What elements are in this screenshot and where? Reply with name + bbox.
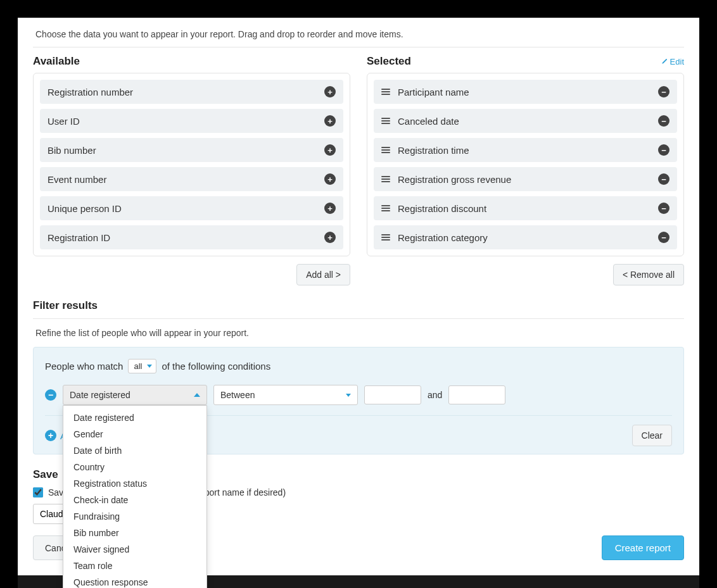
available-column: Available Registration number User ID Bi…: [33, 55, 350, 285]
selected-item[interactable]: Participant name: [374, 80, 677, 104]
dropdown-item[interactable]: Date of birth: [63, 442, 206, 459]
selected-item-label: Canceled date: [398, 116, 459, 127]
available-item[interactable]: Registration ID: [40, 225, 343, 249]
available-item-label: Registration number: [48, 87, 133, 97]
save-checkbox[interactable]: [33, 487, 43, 497]
filter-from-input[interactable]: [364, 385, 421, 404]
add-all-button[interactable]: Add all >: [296, 264, 350, 285]
selected-title: Selected: [367, 55, 411, 68]
filter-section-title: Filter results: [33, 299, 684, 312]
match-mode-select[interactable]: all: [128, 359, 156, 373]
dropdown-item[interactable]: Question response: [63, 574, 206, 588]
selected-item[interactable]: Registration time: [374, 138, 677, 162]
filter-field-dropdown: Date registered Gender Date of birth Cou…: [63, 405, 207, 588]
clear-filters-button[interactable]: Clear: [632, 425, 672, 446]
available-item-label: Event number: [48, 174, 106, 185]
selected-item[interactable]: Registration gross revenue: [374, 167, 677, 191]
match-prefix: People who match: [45, 361, 123, 372]
dropdown-item[interactable]: Country: [63, 459, 206, 475]
filter-operator-select[interactable]: Between: [213, 385, 358, 405]
available-item[interactable]: User ID: [40, 109, 343, 133]
drag-handle-icon[interactable]: [381, 89, 390, 95]
remove-all-button[interactable]: < Remove all: [613, 264, 684, 285]
filter-panel: People who match all of the following co…: [33, 347, 684, 454]
drag-handle-icon[interactable]: [381, 147, 390, 153]
dropdown-item[interactable]: Fundraising: [63, 508, 206, 525]
edit-link[interactable]: Edit: [661, 57, 684, 66]
available-item[interactable]: Unique person ID: [40, 196, 343, 220]
dropdown-item[interactable]: Bib number: [63, 525, 206, 541]
remove-icon[interactable]: [658, 173, 669, 185]
dropdown-item[interactable]: Date registered: [63, 410, 206, 426]
selected-item-label: Registration gross revenue: [398, 174, 511, 185]
filter-field-value: Date registered: [70, 390, 130, 400]
add-icon[interactable]: [324, 173, 336, 185]
add-icon[interactable]: [324, 232, 336, 243]
remove-icon[interactable]: [658, 232, 669, 243]
selected-item-label: Registration discount: [398, 203, 486, 214]
match-row: People who match all of the following co…: [45, 359, 672, 373]
drag-handle-icon[interactable]: [381, 176, 390, 182]
drag-handle-icon[interactable]: [381, 205, 390, 211]
available-listbox: Registration number User ID Bib number E…: [33, 73, 350, 256]
filter-to-input[interactable]: [448, 385, 505, 404]
available-item[interactable]: Bib number: [40, 138, 343, 162]
match-mode-value: all: [134, 361, 142, 371]
selected-listbox: Participant name Canceled date Registrat…: [367, 73, 684, 256]
filter-instruction: Refine the list of people who will appea…: [33, 318, 684, 347]
and-label: and: [428, 390, 442, 400]
selected-item-label: Registration category: [398, 232, 488, 243]
dropdown-item[interactable]: Gender: [63, 426, 206, 442]
columns-row: Available Registration number User ID Bi…: [33, 55, 684, 285]
add-icon[interactable]: [324, 144, 336, 156]
filter-operator-value: Between: [220, 390, 255, 400]
selected-item[interactable]: Registration discount: [374, 196, 677, 220]
filter-field-select[interactable]: Date registered: [63, 385, 207, 405]
remove-condition-icon[interactable]: [45, 389, 56, 401]
available-title: Available: [33, 55, 80, 68]
remove-icon[interactable]: [658, 144, 669, 156]
available-item[interactable]: Event number: [40, 167, 343, 191]
selected-item[interactable]: Canceled date: [374, 109, 677, 133]
chevron-down-icon: [147, 365, 152, 368]
add-icon[interactable]: [324, 203, 336, 214]
selected-item-label: Participant name: [398, 87, 469, 97]
selected-column: Selected Edit Participant name Canceled …: [367, 55, 684, 285]
dropdown-item[interactable]: Check-in date: [63, 492, 206, 508]
page-container: Choose the data you want to appear in yo…: [18, 18, 699, 575]
add-condition-icon: [45, 430, 56, 441]
add-icon[interactable]: [324, 86, 336, 97]
add-icon[interactable]: [324, 115, 336, 127]
available-item[interactable]: Registration number: [40, 80, 343, 104]
chevron-up-icon: [194, 393, 200, 397]
dropdown-item[interactable]: Registration status: [63, 475, 206, 492]
remove-icon[interactable]: [658, 203, 669, 214]
columns-instruction: Choose the data you want to appear in yo…: [33, 18, 684, 47]
remove-icon[interactable]: [658, 115, 669, 127]
drag-handle-icon[interactable]: [381, 118, 390, 124]
remove-icon[interactable]: [658, 86, 669, 97]
drag-handle-icon[interactable]: [381, 234, 390, 241]
match-suffix: of the following conditions: [162, 361, 270, 372]
available-item-label: Bib number: [48, 145, 96, 156]
dropdown-item[interactable]: Team role: [63, 558, 206, 574]
pencil-icon: [661, 58, 668, 65]
edit-label: Edit: [670, 57, 684, 66]
available-item-label: Unique person ID: [48, 203, 122, 214]
dropdown-item[interactable]: Waiver signed: [63, 541, 206, 558]
available-item-label: Registration ID: [48, 232, 110, 243]
available-item-label: User ID: [48, 116, 80, 127]
chevron-down-icon: [346, 394, 351, 397]
selected-item-label: Registration time: [398, 145, 469, 156]
create-report-button[interactable]: Create report: [602, 535, 684, 560]
selected-item[interactable]: Registration category: [374, 225, 677, 249]
condition-row: Date registered Between and Date registe…: [45, 385, 672, 405]
